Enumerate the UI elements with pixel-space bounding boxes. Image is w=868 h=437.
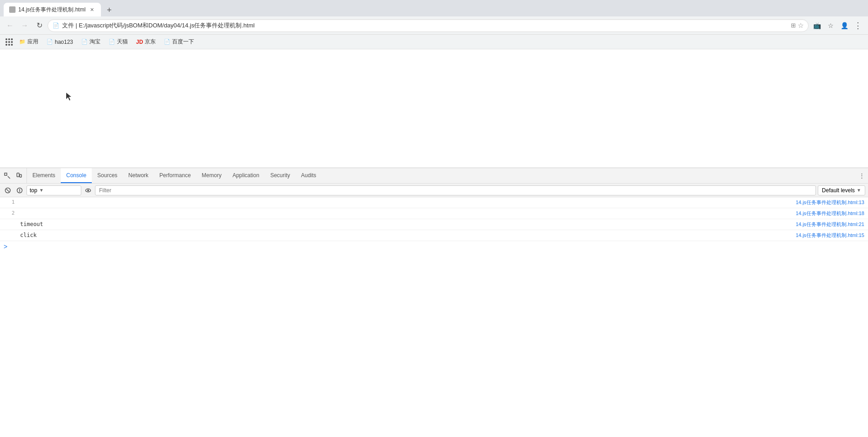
bookmark-taobao-icon: 📄 [81, 39, 88, 45]
console-line-click: click 14.js任务事件处理机制.html:15 [0, 230, 868, 241]
tab-bar: 14.js任务事件处理机制.html ✕ + [0, 0, 868, 16]
svg-line-5 [6, 189, 9, 192]
tab-security[interactable]: Security [265, 168, 295, 183]
line-source-timeout[interactable]: 14.js任务事件处理机制.html:21 [792, 220, 868, 229]
devtools-icon-buttons [0, 168, 27, 183]
bookmark-jd[interactable]: JD 京东 [132, 37, 159, 47]
tab-sources[interactable]: Sources [92, 168, 123, 183]
cast-button[interactable]: 📺 [810, 19, 823, 32]
security-icon: 📄 [53, 22, 59, 29]
devtools-tab-bar: Elements Console Sources Network Perform… [0, 168, 868, 184]
bookmark-taobao[interactable]: 📄 淘宝 [78, 37, 104, 47]
line-number-2: 2 [0, 209, 18, 217]
bookmark-taobao-label: 淘宝 [89, 38, 100, 46]
tab-console[interactable]: Console [61, 168, 92, 183]
prompt-arrow: > [4, 243, 7, 250]
bookmark-star-icon[interactable]: ☆ [798, 21, 804, 30]
tab-audits[interactable]: Audits [295, 168, 321, 183]
preserve-log-button[interactable] [15, 185, 25, 195]
browser-frame: 14.js任务事件处理机制.html ✕ + ← → ↻ 📄 文件 | E:/j… [0, 0, 868, 437]
levels-dropdown-arrow: ▼ [857, 188, 861, 193]
devtools-panel: Elements Console Sources Network Perform… [0, 168, 868, 437]
devtools-more-button[interactable]: ⋮ [855, 168, 868, 183]
bookmark-folder-icon: 📁 [19, 39, 26, 45]
console-prompt-line[interactable]: > [0, 241, 868, 252]
console-line-timeout: timeout 14.js任务事件处理机制.html:21 [0, 219, 868, 230]
apps-button[interactable] [4, 37, 15, 47]
clear-console-button[interactable] [3, 185, 13, 195]
bookmark-baidu-icon: 📄 [164, 39, 170, 45]
tab-spacer [322, 168, 855, 183]
svg-line-1 [8, 176, 10, 179]
context-dropdown-arrow: ▼ [39, 188, 44, 193]
bookmark-tianmao[interactable]: 📄 天猫 [105, 37, 132, 47]
browser-tab[interactable]: 14.js任务事件处理机制.html ✕ [4, 3, 101, 16]
new-tab-button[interactable]: + [103, 4, 116, 16]
console-toolbar: top ▼ Default levels ▼ [0, 184, 868, 197]
bookmark-hao123[interactable]: 📄 hao123 [43, 37, 77, 47]
line-content-timeout: timeout [18, 220, 792, 228]
line-content-2 [18, 209, 792, 211]
console-line-1: 1 14.js任务事件处理机制.html:13 [0, 197, 868, 208]
address-bar[interactable]: 📄 文件 | E:/javascript代码/jsBOM和DOM/day04/1… [47, 19, 809, 32]
nav-bar: ← → ↻ 📄 文件 | E:/javascript代码/jsBOM和DOM/d… [0, 16, 868, 35]
line-content-click: click [18, 231, 792, 239]
bookmark-yingyong[interactable]: 📁 应用 [16, 37, 42, 47]
filter-input[interactable] [95, 185, 816, 195]
context-dropdown[interactable]: top ▼ [26, 185, 81, 195]
svg-rect-2 [17, 173, 19, 177]
toolbar-right: 📺 ☆ 👤 ⋮ [810, 19, 864, 32]
levels-value: Default levels [822, 187, 855, 194]
context-value: top [30, 187, 37, 194]
tab-memory[interactable]: Memory [196, 168, 227, 183]
svg-point-9 [87, 190, 89, 191]
line-number-1: 1 [0, 198, 18, 206]
bookmarks-bar: 📁 应用 📄 hao123 📄 淘宝 📄 天猫 JD 京东 📄 百度一下 [0, 35, 868, 49]
bookmark-baidu[interactable]: 📄 百度一下 [160, 37, 198, 47]
line-content-1 [18, 198, 792, 200]
tab-elements[interactable]: Elements [27, 168, 61, 183]
svg-rect-3 [20, 174, 21, 177]
tab-close-button[interactable]: ✕ [88, 6, 95, 13]
bookmark-jd-icon: JD [136, 39, 143, 45]
console-line-2: 2 14.js任务事件处理机制.html:18 [0, 208, 868, 219]
bookmark-yingyong-label: 应用 [27, 38, 38, 46]
line-source-2[interactable]: 14.js任务事件处理机制.html:18 [792, 209, 868, 218]
account-button[interactable]: 👤 [838, 19, 851, 32]
line-source-1[interactable]: 14.js任务事件处理机制.html:13 [792, 198, 868, 207]
svg-rect-0 [5, 173, 7, 175]
tab-network[interactable]: Network [123, 168, 154, 183]
menu-button[interactable]: ⋮ [852, 19, 864, 32]
bookmark-baidu-label: 百度一下 [172, 38, 194, 46]
bookmark-jd-label: 京东 [145, 38, 156, 46]
bookmark-tianmao-label: 天猫 [117, 38, 128, 46]
bookmark-hao123-label: hao123 [55, 39, 73, 45]
translate-icon[interactable]: ⊞ [791, 22, 796, 29]
line-number-timeout [0, 220, 18, 222]
line-source-click[interactable]: 14.js任务事件处理机制.html:15 [792, 231, 868, 240]
apps-icon [5, 38, 13, 46]
bookmark-button[interactable]: ☆ [824, 19, 837, 32]
line-number-click [0, 231, 18, 233]
address-text: 文件 | E:/javascript代码/jsBOM和DOM/day04/14.… [62, 21, 788, 30]
page-content [0, 49, 868, 168]
back-button[interactable]: ← [4, 19, 16, 32]
forward-button[interactable]: → [18, 19, 31, 32]
levels-dropdown[interactable]: Default levels ▼ [818, 185, 865, 195]
tab-application[interactable]: Application [227, 168, 265, 183]
reload-button[interactable]: ↻ [33, 19, 46, 32]
tab-title: 14.js任务事件处理机制.html [18, 6, 85, 14]
bookmark-page-icon: 📄 [47, 39, 53, 45]
inspect-element-button[interactable] [2, 170, 13, 181]
device-toolbar-button[interactable] [14, 170, 25, 181]
eye-button[interactable] [83, 185, 93, 195]
cursor-indicator [66, 93, 73, 99]
address-right-icons: ⊞ ☆ [791, 21, 804, 30]
tab-performance[interactable]: Performance [154, 168, 196, 183]
bookmark-tianmao-icon: 📄 [109, 39, 115, 45]
tab-favicon [9, 6, 16, 13]
console-output: 1 14.js任务事件处理机制.html:13 2 14.js任务事件处理机制.… [0, 197, 868, 437]
